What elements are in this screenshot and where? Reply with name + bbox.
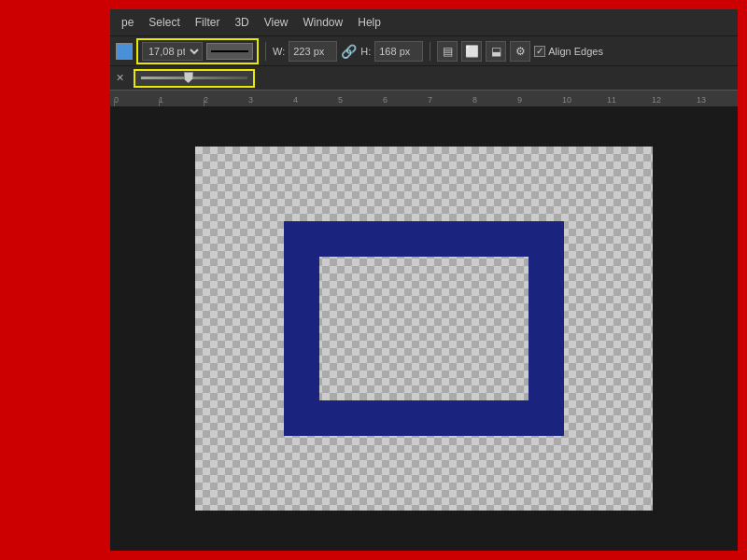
- ruler-mark-10: 10: [562, 95, 571, 105]
- link-dimensions-icon[interactable]: 🔗: [341, 44, 357, 59]
- width-input[interactable]: [289, 41, 337, 62]
- ruler-tick-1: [159, 99, 160, 106]
- ruler-mark-12: 12: [652, 95, 661, 105]
- ruler: 0 1 2 3 4 5 6 7 8 9 10 11 12 13: [110, 90, 738, 106]
- ruler-mark-13: 13: [697, 95, 706, 105]
- checkmark-icon: ✓: [536, 46, 543, 56]
- align-center-icon[interactable]: ⬜: [461, 41, 482, 62]
- menu-item-select[interactable]: Select: [141, 12, 187, 33]
- menu-item-view[interactable]: View: [257, 12, 296, 33]
- menu-bar: pe Select Filter 3D View Window Help: [110, 9, 738, 35]
- ruler-mark-6: 6: [383, 95, 388, 105]
- stroke-size-select[interactable]: 17,08 pt 1 pt 3 pt 5 pt: [142, 42, 203, 61]
- ruler-mark-11: 11: [607, 95, 616, 105]
- ruler-tick-0: [114, 99, 115, 106]
- app-window: pe Select Filter 3D View Window Help 17,…: [110, 9, 738, 551]
- ruler-tick-2: [204, 99, 204, 106]
- menu-item-filter[interactable]: Filter: [188, 12, 228, 33]
- main-toolbar: 17,08 pt 1 pt 3 pt 5 pt W: 🔗 H: ▤ ⬜ ⬓ ⚙: [110, 35, 738, 65]
- width-label: W:: [273, 46, 285, 57]
- opacity-slider-container[interactable]: [134, 69, 255, 88]
- align-edges-checkbox[interactable]: ✓: [534, 46, 545, 57]
- align-stack-icon[interactable]: ⬓: [486, 41, 506, 62]
- color-swatch[interactable]: [116, 43, 133, 60]
- ruler-mark-8: 8: [472, 95, 477, 105]
- ruler-mark-3: 3: [248, 95, 253, 105]
- settings-icon[interactable]: ⚙: [510, 41, 530, 62]
- stroke-style-swatch[interactable]: [206, 43, 253, 60]
- height-label: H:: [360, 46, 371, 57]
- ruler-mark-7: 7: [428, 95, 432, 105]
- slider-thumb[interactable]: [184, 72, 193, 83]
- align-edges-label[interactable]: ✓ Align Edges: [534, 46, 603, 57]
- menu-item-3d[interactable]: 3D: [227, 12, 256, 33]
- ruler-marks: 0 1 2 3 4 5 6 7 8 9 10 11 12 13: [110, 91, 738, 106]
- toolbar-divider-1: [265, 42, 266, 61]
- align-edges-text: Align Edges: [548, 46, 603, 57]
- height-input[interactable]: [374, 41, 423, 62]
- stroke-options-group: 17,08 pt 1 pt 3 pt 5 pt: [136, 38, 259, 64]
- ruler-mark-9: 9: [517, 95, 522, 105]
- toolbar-divider-2: [430, 42, 430, 61]
- menu-item-window[interactable]: Window: [296, 12, 351, 33]
- ruler-mark-5: 5: [338, 95, 343, 105]
- stroke-line-preview: [211, 50, 248, 52]
- slider-track: [141, 77, 247, 79]
- sub-toolbar: ✕: [110, 65, 738, 90]
- rectangle-shape: [284, 221, 564, 436]
- close-sub-toolbar[interactable]: ✕: [116, 72, 124, 84]
- canvas-area: [110, 106, 738, 551]
- menu-item-type[interactable]: pe: [114, 12, 141, 33]
- canvas-wrapper: [195, 147, 653, 511]
- ruler-mark-4: 4: [293, 95, 298, 105]
- menu-item-help[interactable]: Help: [350, 12, 388, 33]
- align-left-icon[interactable]: ▤: [437, 41, 458, 62]
